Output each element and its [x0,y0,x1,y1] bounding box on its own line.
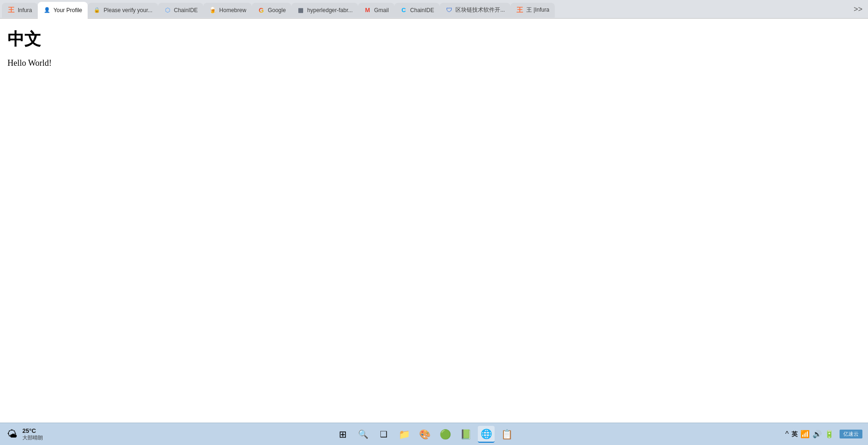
tab-google[interactable]: G Google [252,3,291,18]
taskbar-weather[interactable]: 🌤 25°C 大部晴朗 [6,427,80,441]
app7-button[interactable]: 📗 [457,426,474,443]
tab-bar: 王 Infura 👤 Your Profile 🔒 Please verify … [0,0,868,19]
tab-chainide-2[interactable]: C ChainIDE [394,3,440,18]
taskbar-system-tray: ^ 英 📶 🔊 🔋 亿速云 [769,430,862,438]
chrome-button[interactable]: 🌐 [478,426,495,443]
start-button[interactable]: ⊞ [334,426,351,443]
tab-please-verify[interactable]: 🔒 Please verify your... [88,3,158,18]
tab-homebrew[interactable]: 🍺 Homebrew [203,3,252,18]
weather-description: 大部晴朗 [22,435,43,441]
hyperledger-icon: ▦ [297,7,304,14]
bitwarden-icon: 🛡 [445,7,453,14]
system-icons: ^ 英 📶 🔊 🔋 [785,430,834,438]
tab-label: 区块链技术软件开... [455,6,505,14]
verify-icon: 🔒 [93,7,101,14]
tab-chainide[interactable]: ⬡ ChainIDE [158,3,203,18]
wifi-icon[interactable]: 📶 [800,430,810,438]
chainide-icon: ⬡ [164,7,171,14]
tab-infura-1[interactable]: 王 Infura [2,3,38,18]
chainide2-icon: C [400,7,407,14]
homebrew-icon: 🍺 [209,7,216,14]
task-view-button[interactable]: ❑ [375,426,392,443]
paint-icon: 🎨 [419,429,431,440]
app9-icon: 📋 [501,429,513,440]
app7-icon: 📗 [460,429,472,440]
weather-info: 25°C 大部晴朗 [22,427,43,441]
page-heading: 中文 [7,28,861,51]
windows-icon: ⊞ [339,429,347,440]
main-content: 中文 Hello World! [0,19,868,406]
task-view-icon: ❑ [380,429,387,439]
search-button[interactable]: 🔍 [355,426,372,443]
tab-hyperledger[interactable]: ▦ hyperledger-fabr... [291,3,358,18]
language-indicator[interactable]: 英 [792,430,798,438]
file-explorer-button[interactable]: 📁 [396,426,413,443]
app6-button[interactable]: 🟢 [437,426,454,443]
profile-icon: 👤 [43,7,51,14]
infura-icon: 王 [7,7,15,14]
tab-bitwarden[interactable]: 🛡 区块链技术软件开... [440,3,510,18]
tab-label: Infura [18,7,32,14]
taskbar-corner-label[interactable]: 亿速云 [840,430,862,438]
chevron-up-icon[interactable]: ^ [785,430,789,438]
tab-label: Please verify your... [103,7,152,14]
tab-label: ChainIDE [410,7,434,14]
more-tabs-icon: >> [854,5,862,13]
taskbar: 🌤 25°C 大部晴朗 ⊞ 🔍 ❑ 📁 🎨 🟢 [0,423,868,445]
chrome-icon: 🌐 [481,428,492,439]
tab-label: hyperledger-fabr... [307,7,352,14]
paint-button[interactable]: 🎨 [416,426,433,443]
taskbar-apps: ⊞ 🔍 ❑ 📁 🎨 🟢 📗 🌐 📋 [80,426,769,443]
more-tabs-button[interactable]: >> [850,3,866,15]
tab-label: Your Profile [54,7,83,14]
volume-icon[interactable]: 🔊 [813,430,822,438]
tab-label: ChainIDE [174,7,198,14]
app9-button[interactable]: 📋 [498,426,515,443]
tab-gmail[interactable]: M Gmail [358,3,394,18]
tab-label: Google [268,7,286,14]
weather-temperature: 25°C [22,427,43,435]
gmail-icon: M [364,7,371,14]
app6-icon: 🟢 [440,429,451,440]
tab-label: Homebrew [219,7,246,14]
tab-label: 王 |Infura [526,6,549,14]
file-explorer-icon: 📁 [399,429,410,440]
tab-label: Gmail [374,7,388,14]
battery-icon[interactable]: 🔋 [825,430,834,438]
google-icon: G [257,7,265,14]
infura2-icon: 王 [516,7,524,14]
search-icon: 🔍 [358,429,368,439]
page-subtext: Hello World! [7,58,861,68]
tab-infura-2[interactable]: 王 王 |Infura [510,3,555,18]
weather-icon: 🌤 [6,428,19,441]
tab-your-profile[interactable]: 👤 Your Profile [38,2,88,19]
